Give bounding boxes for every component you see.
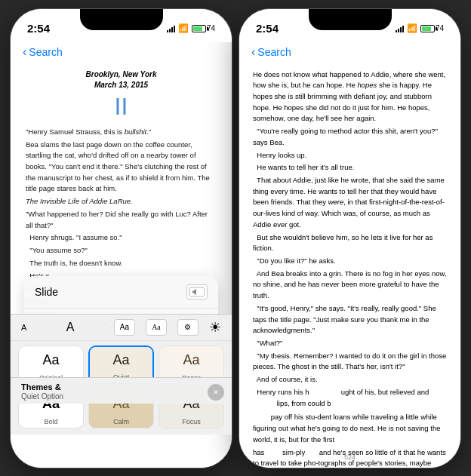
nav-bar-left: ‹ Search <box>11 42 232 63</box>
right-para-7: "Do you like it?" he asks. <box>253 256 447 267</box>
signal-icon <box>167 25 175 32</box>
theme-bold-name: Bold <box>44 418 57 428</box>
bar2 <box>169 29 171 32</box>
theme-paper-preview: Aa <box>159 346 223 374</box>
time-right: 2:54 <box>256 22 279 35</box>
status-bar-right: 2:54 📶 74 <box>239 9 460 42</box>
font-small-label: A <box>21 323 26 332</box>
theme-calm-name: Calm <box>89 418 153 428</box>
right-para-4: He wants to tell her it's all true. <box>253 162 447 174</box>
right-para-3: Henry looks up. <box>253 150 447 161</box>
theme-original-aa: Aa <box>42 352 59 368</box>
book-content-right: He does not know what happened to Addie,… <box>239 63 460 468</box>
status-icons-right: 📶 74 <box>396 23 444 33</box>
font-size-row: A A Aa Aa ⚙ ☀ <box>11 315 232 341</box>
theme-quiet-preview: Aa <box>90 347 152 373</box>
left-phone: 2:54 📶 74 ‹ Search <box>10 8 232 468</box>
theme-original-preview: Aa <box>19 346 83 374</box>
theme-paper-aa: Aa <box>183 352 199 368</box>
right-para-8: And Bea breaks into a grin. There is no … <box>253 269 447 302</box>
wifi-icon-right: 📶 <box>407 23 417 33</box>
back-label-right: Search <box>257 46 291 58</box>
right-para-10: "What?" <box>253 338 447 349</box>
right-para-1: He does not know what happened to Addie,… <box>253 69 447 125</box>
status-bar-left: 2:54 📶 74 <box>11 9 232 42</box>
slide-option[interactable]: Slide <box>24 276 218 309</box>
notch-right <box>309 9 392 30</box>
book-location: Brooklyn, New YorkMarch 13, 2015 <box>26 69 217 91</box>
font-icon-serif[interactable]: Aa <box>146 319 167 336</box>
para-6: "You assume so?" <box>26 245 217 256</box>
themes-subtitle: Quiet Option <box>21 392 63 401</box>
themes-bar: Themes & Quiet Option × <box>11 377 232 404</box>
slide-label: Slide <box>35 286 58 298</box>
time-left: 2:54 <box>27 22 50 35</box>
back-button-left[interactable]: ‹ Search <box>23 45 63 59</box>
back-button-right[interactable]: ‹ Search <box>251 45 291 59</box>
battery-icon-right: 74 <box>420 24 444 32</box>
themes-title: Themes & <box>21 382 63 392</box>
page-number: 524 <box>344 453 356 463</box>
nav-bar-right: ‹ Search <box>239 42 460 63</box>
status-icons-left: 📶 74 <box>167 23 215 33</box>
bottom-controls: A A Aa Aa ⚙ ☀ Aa Original <box>11 314 232 435</box>
right-para-9: "It's good, Henry," she says. "It's real… <box>253 303 447 336</box>
font-large-label: A <box>66 321 75 334</box>
back-chevron-icon-right: ‹ <box>251 45 255 59</box>
para-1: "Henry Samuel Strauss, this is bullshit.… <box>26 127 217 138</box>
chapter-number: II <box>26 92 217 121</box>
bar1 <box>167 30 168 32</box>
book-title-section: Brooklyn, New YorkMarch 13, 2015 II <box>26 69 217 121</box>
right-phone: 2:54 📶 74 ‹ Search <box>239 8 461 468</box>
font-icons: Aa Aa ⚙ ☀ <box>114 319 221 336</box>
signal-icon-right <box>396 25 404 32</box>
close-themes-button[interactable]: × <box>208 384 224 401</box>
bar4 <box>174 26 175 32</box>
battery-icon: 74 <box>192 24 215 32</box>
para-5: Henry shrugs. "I assume so." <box>26 232 217 244</box>
theme-quiet-aa: Aa <box>112 352 129 368</box>
phones-container: 2:54 📶 74 ‹ Search <box>0 0 471 476</box>
right-para-14: pay off his stu-dent loans while traveli… <box>253 412 447 445</box>
font-icon-settings[interactable]: ⚙ <box>177 319 199 336</box>
para-4: "What happened to her? Did she really go… <box>26 209 217 231</box>
right-para-5: That about Addie, just like he wrote, th… <box>253 175 447 231</box>
slide-icon <box>186 284 208 299</box>
theme-focus-name: Focus <box>159 418 223 428</box>
para-3: The Invisible Life of Addie LaRue. <box>26 196 217 207</box>
right-para-6: But she wouldn't believe him, so he lets… <box>253 232 447 254</box>
right-para-13: Henry runs his h ught of his, but reliev… <box>253 387 447 409</box>
notch-left <box>80 9 163 30</box>
bar3 <box>171 27 173 32</box>
font-icon-aa[interactable]: Aa <box>114 319 135 336</box>
right-para-2: "You're really going to method actor thi… <box>253 126 447 148</box>
right-para-11: "My thesis. Remember? I wanted to do it … <box>253 351 447 373</box>
right-para-12: And of course, it is. <box>253 374 447 385</box>
para-7: The truth is, he doesn't know. <box>26 258 217 269</box>
brightness-icon[interactable]: ☀ <box>209 319 221 336</box>
back-label-left: Search <box>29 46 62 58</box>
para-2: Bea slams the last page down on the coff… <box>26 140 217 195</box>
wifi-icon: 📶 <box>178 23 189 33</box>
back-chevron-icon: ‹ <box>23 45 26 59</box>
